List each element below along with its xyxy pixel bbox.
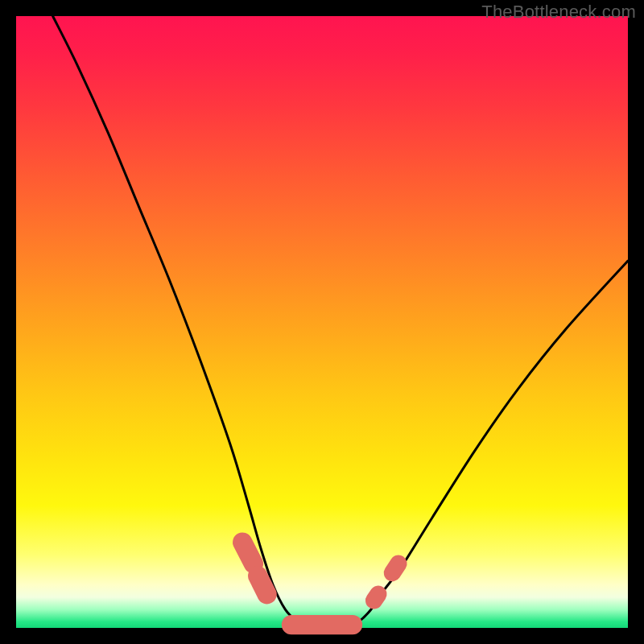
right-dot-lower <box>374 594 378 601</box>
marker-layer <box>242 543 398 625</box>
left-capsule-lower <box>258 576 266 594</box>
chart-svg <box>16 16 628 628</box>
curve-layer <box>53 16 628 629</box>
left-capsule-upper <box>242 543 254 564</box>
plot-area <box>16 16 628 628</box>
chart-frame: TheBottleneck.com <box>0 0 644 644</box>
right-dot-upper <box>392 564 398 572</box>
bottleneck-curve <box>53 16 628 629</box>
watermark-text: TheBottleneck.com <box>481 2 636 23</box>
